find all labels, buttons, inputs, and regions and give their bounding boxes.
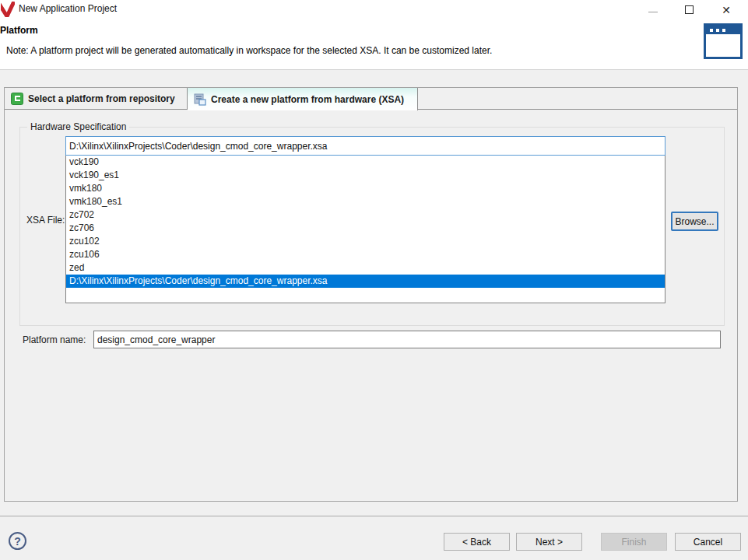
new-platform-xsa-icon (194, 93, 206, 106)
platform-window-icon (704, 23, 743, 59)
close-button[interactable]: ✕ (713, 0, 739, 19)
minimize-button[interactable] (640, 0, 666, 19)
xsa-list-item[interactable]: zed (66, 261, 665, 275)
xsa-list-item[interactable]: zcu106 (66, 248, 665, 261)
xsa-list-item[interactable]: zc706 (66, 222, 665, 235)
platform-tab-folder: Select a platform from repository Create… (4, 87, 738, 502)
xsa-list-item[interactable]: zc702 (66, 208, 665, 222)
window-title: New Application Project (19, 3, 117, 14)
tab-label: Create a new platform from hardware (XSA… (211, 94, 404, 105)
next-button[interactable]: Next > (516, 533, 582, 551)
page-title: Platform (0, 25, 38, 36)
maximize-button[interactable] (676, 0, 702, 19)
maximize-icon (685, 5, 694, 14)
group-label: Hardware Specification (27, 121, 129, 132)
xsa-list-item-selected[interactable]: D:\Xilinx\XilinxProjects\Coder\design_cm… (66, 275, 665, 288)
minimize-icon (648, 12, 658, 12)
title-bar: New Application Project ✕ (0, 0, 748, 19)
tab-label: Select a platform from repository (28, 93, 175, 104)
repository-platform-icon (11, 93, 23, 105)
banner-note: Note: A platform project will be generat… (6, 45, 492, 56)
xsa-list-item[interactable]: vck190_es1 (66, 169, 665, 182)
xsa-file-input[interactable] (65, 136, 665, 156)
help-button[interactable]: ? (9, 532, 26, 550)
xsa-dropdown-list: vck190 vck190_es1 vmk180 vmk180_es1 zc70… (65, 156, 665, 303)
cancel-button[interactable]: Cancel (675, 533, 741, 551)
wizard-banner: Platform Note: A platform project will b… (0, 19, 748, 70)
xilinx-logo-icon (1, 2, 15, 17)
tab-select-platform-from-repository[interactable]: Select a platform from repository (5, 88, 188, 110)
footer-separator (0, 516, 748, 516)
back-button[interactable]: < Back (444, 533, 510, 551)
xsa-file-label: XSA File: (26, 215, 65, 226)
tab-create-platform-from-xsa[interactable]: Create a new platform from hardware (XSA… (188, 88, 418, 110)
xsa-list-item[interactable]: vmk180_es1 (66, 195, 665, 208)
browse-button[interactable]: Browse... (671, 212, 718, 231)
xsa-list-item[interactable]: vmk180 (66, 182, 665, 195)
xsa-list-item[interactable]: vck190 (66, 156, 665, 169)
platform-name-input[interactable] (93, 331, 721, 348)
xsa-list-item[interactable]: zcu102 (66, 235, 665, 248)
tab-strip-filler (418, 88, 737, 110)
finish-button: Finish (601, 533, 667, 551)
platform-name-label: Platform name: (23, 334, 86, 345)
